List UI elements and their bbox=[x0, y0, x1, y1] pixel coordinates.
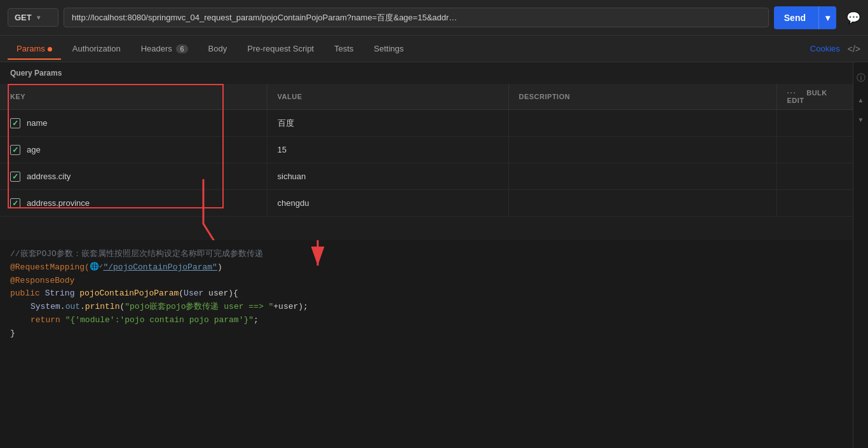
code-dot2: . bbox=[80, 301, 85, 314]
check-icon: ✓ bbox=[99, 261, 104, 273]
code-annotation-responsebody: @ResponseBody bbox=[10, 275, 74, 288]
code-line-3: @ResponseBody bbox=[10, 275, 843, 288]
value-text-2: sichuan bbox=[278, 172, 306, 181]
code-space-return bbox=[60, 314, 65, 327]
send-label: Send bbox=[774, 6, 819, 29]
sidebar-arrow-down[interactable]: ▼ bbox=[858, 116, 864, 123]
bulk-cell-1 bbox=[776, 137, 853, 163]
checkbox-1[interactable] bbox=[10, 145, 20, 155]
cookies-link[interactable]: Cookies bbox=[810, 44, 840, 53]
tab-headers[interactable]: Headers 6 bbox=[132, 37, 197, 60]
tab-authorization[interactable]: Authorization bbox=[64, 37, 130, 60]
params-dot bbox=[48, 47, 52, 51]
send-button[interactable]: Send ▾ bbox=[774, 6, 836, 29]
value-cell-2: sichuan bbox=[267, 163, 508, 190]
headers-badge: 6 bbox=[176, 44, 187, 53]
code-dot1: . bbox=[60, 301, 65, 314]
code-editor: //嵌套POJO参数：嵌套属性按照层次结构设定名称即可完成参数传递 @Reque… bbox=[0, 240, 853, 448]
globe-icon: 🌐 bbox=[90, 261, 99, 273]
code-class-user: User bbox=[184, 287, 203, 301]
code-path-link[interactable]: "/pojoContainPojoParam" bbox=[103, 261, 217, 275]
code-paren-close: ) bbox=[217, 261, 222, 275]
tab-tests-label: Tests bbox=[334, 44, 353, 53]
tab-body-label: Body bbox=[208, 44, 227, 53]
info-icon[interactable]: ⓘ bbox=[857, 72, 865, 84]
dots-icon[interactable]: ··· bbox=[787, 89, 797, 97]
code-method-params: ( bbox=[179, 287, 184, 301]
comment-icon[interactable]: 💬 bbox=[846, 11, 860, 25]
col-header-value: VALUE bbox=[267, 84, 508, 110]
table-row: address.province chengdu bbox=[0, 190, 853, 217]
bulk-cell-3 bbox=[776, 190, 853, 217]
code-class-string: String bbox=[45, 287, 75, 301]
code-line-4: public String pojoContainPojoParam ( Use… bbox=[10, 287, 843, 301]
code-space-1 bbox=[40, 287, 45, 301]
section-title: Query Params bbox=[0, 62, 853, 84]
checkbox-0[interactable] bbox=[10, 118, 20, 128]
method-label: GET bbox=[15, 13, 32, 22]
key-cell-3: address.province bbox=[0, 190, 267, 217]
tab-params[interactable]: Params bbox=[8, 37, 61, 60]
table-row: name 百度 bbox=[0, 110, 853, 137]
table-row: address.city sichuan bbox=[0, 163, 853, 190]
table-row: age 15 bbox=[0, 137, 853, 163]
code-icon[interactable]: </> bbox=[848, 44, 860, 54]
value-cell-0: 百度 bbox=[267, 110, 508, 137]
desc-cell-3 bbox=[508, 190, 776, 217]
code-keyword-public: public bbox=[10, 287, 40, 301]
key-cell-1: age bbox=[0, 137, 267, 163]
params-tbody: name 百度 age 15 address.city bbox=[0, 110, 853, 217]
method-dropdown[interactable]: GET ▾ bbox=[8, 8, 58, 27]
params-table-wrapper: KEY VALUE DESCRIPTION ··· Bulk Edit bbox=[0, 84, 853, 217]
desc-cell-0 bbox=[508, 110, 776, 137]
tab-headers-label: Headers bbox=[141, 44, 172, 53]
right-sidebar: ⓘ ▲ ▼ bbox=[853, 62, 868, 448]
tab-settings[interactable]: Settings bbox=[365, 37, 412, 60]
tab-prerequest-label: Pre-request Script bbox=[247, 44, 314, 53]
content-wrapper: Query Params KEY bbox=[0, 62, 868, 448]
desc-cell-1 bbox=[508, 137, 776, 163]
value-text-3: chengdu bbox=[278, 198, 309, 208]
code-system: System bbox=[31, 301, 60, 314]
tabs-right: Cookies </> bbox=[810, 44, 860, 54]
tab-prerequest[interactable]: Pre-request Script bbox=[238, 37, 323, 60]
checkbox-2[interactable] bbox=[10, 172, 20, 182]
main-content: Query Params KEY bbox=[0, 62, 853, 448]
code-println-open: ( bbox=[119, 301, 125, 314]
code-line-2: @RequestMapping( 🌐 ✓ "/pojoContainPojoPa… bbox=[10, 261, 843, 275]
code-param-var: user){ bbox=[203, 287, 238, 301]
send-arrow-icon[interactable]: ▾ bbox=[819, 6, 836, 29]
bulk-cell-2 bbox=[776, 163, 853, 190]
top-bar: GET ▾ Send ▾ 💬 bbox=[0, 0, 868, 36]
tab-tests[interactable]: Tests bbox=[325, 37, 362, 60]
code-return-string: "{'module':'pojo contain pojo param'}" bbox=[65, 314, 254, 327]
method-chevron-icon: ▾ bbox=[37, 14, 40, 21]
sidebar-arrow-up[interactable]: ▲ bbox=[858, 97, 864, 104]
url-input[interactable] bbox=[64, 8, 769, 27]
code-out: out bbox=[65, 301, 80, 314]
code-close-brace: } bbox=[10, 327, 15, 341]
checkbox-3[interactable] bbox=[10, 198, 20, 208]
tab-settings-label: Settings bbox=[374, 44, 403, 53]
code-annotation-requestmapping: @RequestMapping( bbox=[10, 261, 90, 275]
value-cell-1: 15 bbox=[267, 137, 508, 163]
key-text-2: address.city bbox=[27, 172, 71, 181]
params-section: Query Params KEY bbox=[0, 62, 853, 240]
table-header-row: KEY VALUE DESCRIPTION ··· Bulk Edit bbox=[0, 84, 853, 110]
code-semicolon: ; bbox=[254, 314, 259, 327]
code-keyword-return: return bbox=[31, 314, 60, 327]
key-text-0: name bbox=[27, 118, 48, 128]
col-header-desc: DESCRIPTION bbox=[508, 84, 776, 110]
tab-authorization-label: Authorization bbox=[72, 44, 121, 53]
code-println: println bbox=[85, 301, 120, 314]
desc-cell-2 bbox=[508, 163, 776, 190]
bulk-cell-0 bbox=[776, 110, 853, 137]
code-concat: +user); bbox=[273, 301, 308, 314]
code-line-1: //嵌套POJO参数：嵌套属性按照层次结构设定名称即可完成参数传递 bbox=[10, 248, 843, 261]
code-comment-1: //嵌套POJO参数：嵌套属性按照层次结构设定名称即可完成参数传递 bbox=[10, 248, 263, 261]
tab-body[interactable]: Body bbox=[200, 37, 236, 60]
col-header-bulk: ··· Bulk Edit bbox=[776, 84, 853, 110]
key-text-3: address.province bbox=[27, 198, 90, 208]
tabs-bar: Params Authorization Headers 6 Body Pre-… bbox=[0, 36, 868, 62]
params-table: KEY VALUE DESCRIPTION ··· Bulk Edit bbox=[0, 84, 853, 217]
